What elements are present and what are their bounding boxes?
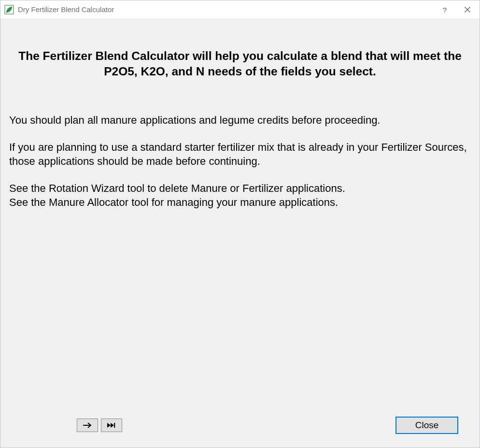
next-arrow-icon: [82, 422, 93, 429]
footer: Close: [0, 409, 480, 448]
app-icon: [4, 5, 14, 14]
titlebar: Dry Fertilizer Blend Calculator ?: [0, 0, 480, 19]
help-icon: ?: [443, 6, 447, 14]
window-title: Dry Fertilizer Blend Calculator: [18, 0, 434, 19]
close-icon: [465, 7, 470, 13]
paragraph-plan-manure: You should plan all manure applications …: [9, 114, 471, 128]
svg-marker-5: [111, 423, 114, 428]
close-button[interactable]: Close: [395, 417, 458, 434]
body-text: You should plan all manure applications …: [9, 114, 471, 210]
intro-heading: The Fertilizer Blend Calculator will hel…: [9, 48, 471, 80]
dialog-window: Dry Fertilizer Blend Calculator ? The Fe…: [0, 0, 480, 448]
help-button[interactable]: ?: [434, 0, 455, 19]
next-button[interactable]: [77, 419, 98, 432]
window-controls: ?: [434, 0, 480, 19]
paragraph-starter-mix: If you are planning to use a standard st…: [9, 141, 471, 168]
close-button-label: Close: [415, 420, 439, 431]
skip-to-end-icon: [106, 422, 117, 429]
window-close-button[interactable]: [455, 0, 480, 19]
content-area: The Fertilizer Blend Calculator will hel…: [0, 19, 480, 409]
client-area: The Fertilizer Blend Calculator will hel…: [0, 19, 480, 448]
svg-marker-4: [107, 423, 111, 428]
paragraph-manure-allocator: See the Manure Allocator tool for managi…: [9, 196, 471, 210]
svg-rect-6: [114, 423, 115, 428]
skip-to-end-button[interactable]: [101, 419, 122, 432]
paragraph-rotation-wizard: See the Rotation Wizard tool to delete M…: [9, 182, 471, 196]
nav-buttons: [77, 419, 122, 432]
